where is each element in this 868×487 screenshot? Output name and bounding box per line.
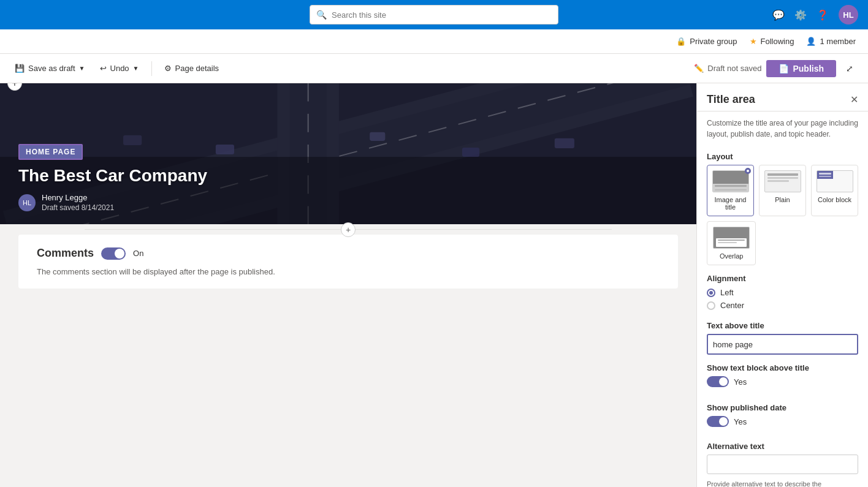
page-title: The Best Car Company bbox=[18, 166, 678, 186]
hero-area: HOME PAGE The Best Car Company HL Henry … bbox=[0, 83, 696, 224]
layout-selected-indicator bbox=[745, 168, 751, 174]
edit-icon: ✏️ bbox=[694, 64, 704, 73]
alignment-center-label: Center bbox=[720, 301, 744, 310]
page-details-label: Page details bbox=[175, 64, 219, 73]
comments-toggle-label: On bbox=[133, 249, 143, 258]
alignment-left-option[interactable]: Left bbox=[707, 288, 858, 297]
layout-option-color-block[interactable]: Color block bbox=[811, 165, 858, 216]
private-group-item: 🔒 Private group bbox=[676, 37, 737, 46]
top-bar: 🔍 💬 ⚙️ ❓ HL bbox=[0, 0, 868, 29]
comments-section: Comments On The comments section will be… bbox=[18, 235, 678, 289]
publish-icon: 📄 bbox=[779, 64, 789, 74]
toolbar: 💾 Save as draft ▼ ↩ Undo ▼ ⚙ Page detail… bbox=[0, 54, 868, 83]
show-text-block-toggle[interactable] bbox=[707, 376, 729, 387]
comments-label: Comments bbox=[37, 247, 94, 260]
author-name: Henry Legge bbox=[42, 193, 114, 202]
author-avatar: HL bbox=[18, 194, 36, 211]
layout-option-label-overlap: Overlap bbox=[720, 252, 744, 260]
show-text-block-value: Yes bbox=[734, 377, 747, 387]
comments-description: The comments section will be displayed a… bbox=[37, 267, 660, 276]
topic-tag: HOME PAGE bbox=[18, 144, 83, 160]
undo-chevron: ▼ bbox=[133, 65, 139, 72]
following-item[interactable]: ★ Following bbox=[750, 37, 794, 46]
text-above-title-input[interactable] bbox=[713, 340, 852, 349]
alignment-left-label: Left bbox=[720, 288, 734, 297]
toolbar-divider bbox=[151, 61, 152, 76]
alignment-label: Alignment bbox=[707, 274, 858, 283]
search-icon: 🔍 bbox=[316, 10, 327, 20]
layout-options-grid: Image and title Plain bbox=[697, 165, 868, 221]
show-published-date-value: Yes bbox=[734, 417, 747, 426]
alignment-left-radio[interactable] bbox=[707, 289, 715, 297]
separator-area: + bbox=[0, 224, 696, 235]
layout-icon-color-block bbox=[817, 170, 853, 192]
panel-close-button[interactable]: ✕ bbox=[850, 94, 858, 105]
author-row: HL Henry Legge Draft saved 8/14/2021 bbox=[18, 193, 678, 212]
member-count-item: 👤 1 member bbox=[806, 37, 856, 46]
alt-text-input[interactable] bbox=[707, 455, 858, 474]
right-panel: Title area ✕ Customize the title area of… bbox=[696, 83, 868, 487]
panel-description: Customize the title area of your page in… bbox=[697, 111, 868, 146]
layout-option-overlap[interactable]: Overlap bbox=[707, 221, 756, 265]
sub-header: 🔒 Private group ★ Following 👤 1 member bbox=[0, 29, 868, 54]
layout-option-label-plain: Plain bbox=[775, 196, 790, 203]
layout-icon-image-title bbox=[712, 170, 749, 192]
save-draft-label: Save as draft bbox=[28, 64, 75, 73]
show-published-date-toggle[interactable] bbox=[707, 416, 729, 427]
details-icon: ⚙ bbox=[164, 64, 172, 73]
alignment-section: Alignment Left Center bbox=[697, 270, 868, 317]
draft-status-label: Draft not saved bbox=[707, 64, 761, 73]
undo-icon: ↩ bbox=[100, 64, 107, 73]
draft-saved-info: Draft saved 8/14/2021 bbox=[42, 203, 114, 212]
show-published-date-section: Show published date Yes bbox=[697, 398, 868, 438]
save-as-draft-button[interactable]: 💾 Save as draft ▼ bbox=[10, 61, 90, 75]
undo-button[interactable]: ↩ Undo ▼ bbox=[95, 61, 144, 75]
main-layout: + bbox=[0, 83, 868, 487]
layout-icon-overlap bbox=[713, 227, 750, 249]
expand-button[interactable]: ⤢ bbox=[841, 61, 858, 76]
search-box[interactable]: 🔍 bbox=[310, 5, 558, 25]
show-text-block-toggle-row: Yes bbox=[707, 376, 858, 387]
alignment-center-radio[interactable] bbox=[707, 301, 715, 310]
hero-overlay: HOME PAGE The Best Car Company HL Henry … bbox=[0, 132, 696, 224]
page-details-button[interactable]: ⚙ Page details bbox=[159, 61, 224, 75]
layout-option-label-color-block: Color block bbox=[818, 196, 851, 203]
layout-option-plain[interactable]: Plain bbox=[759, 165, 806, 216]
publish-label: Publish bbox=[793, 64, 824, 74]
top-bar-right: 💬 ⚙️ ❓ HL bbox=[772, 5, 858, 25]
layout-option-image-title[interactable]: Image and title bbox=[707, 165, 754, 216]
alt-text-description: Provide alternative text to describe the… bbox=[707, 479, 858, 487]
save-icon: 💾 bbox=[15, 64, 25, 73]
avatar[interactable]: HL bbox=[839, 5, 858, 25]
draft-status: ✏️ Draft not saved bbox=[694, 64, 761, 73]
show-published-date-toggle-row: Yes bbox=[707, 416, 858, 427]
save-draft-chevron: ▼ bbox=[79, 65, 85, 72]
comments-toggle[interactable] bbox=[101, 247, 126, 260]
show-text-block-section: Show text block above title Yes bbox=[697, 358, 868, 398]
search-input[interactable] bbox=[332, 10, 552, 20]
separator-plus-button[interactable]: + bbox=[341, 222, 356, 237]
help-icon[interactable]: ❓ bbox=[817, 9, 829, 21]
undo-label: Undo bbox=[110, 64, 129, 73]
panel-title: Title area bbox=[707, 93, 755, 106]
text-above-title-field-box bbox=[707, 334, 858, 355]
star-icon: ★ bbox=[750, 37, 757, 46]
alt-text-label: Alternative text bbox=[707, 442, 858, 451]
page-content: + bbox=[0, 83, 696, 487]
publish-button[interactable]: 📄 Publish bbox=[766, 60, 836, 77]
layout-option-label-image-title: Image and title bbox=[710, 196, 751, 211]
settings-icon[interactable]: ⚙️ bbox=[794, 9, 807, 21]
member-count-label: 1 member bbox=[820, 37, 856, 46]
following-label: Following bbox=[761, 37, 794, 46]
alignment-center-option[interactable]: Center bbox=[707, 301, 858, 310]
layout-icon-plain bbox=[764, 170, 801, 192]
person-icon: 👤 bbox=[806, 37, 816, 46]
lock-icon: 🔒 bbox=[676, 37, 686, 46]
show-text-block-label: Show text block above title bbox=[707, 363, 858, 372]
comments-header: Comments On bbox=[37, 247, 660, 260]
chat-icon[interactable]: 💬 bbox=[772, 9, 785, 21]
show-published-date-label: Show published date bbox=[707, 403, 858, 412]
private-group-label: Private group bbox=[690, 37, 737, 46]
text-above-title-label: Text above title bbox=[707, 321, 858, 330]
panel-header: Title area ✕ bbox=[697, 83, 868, 111]
